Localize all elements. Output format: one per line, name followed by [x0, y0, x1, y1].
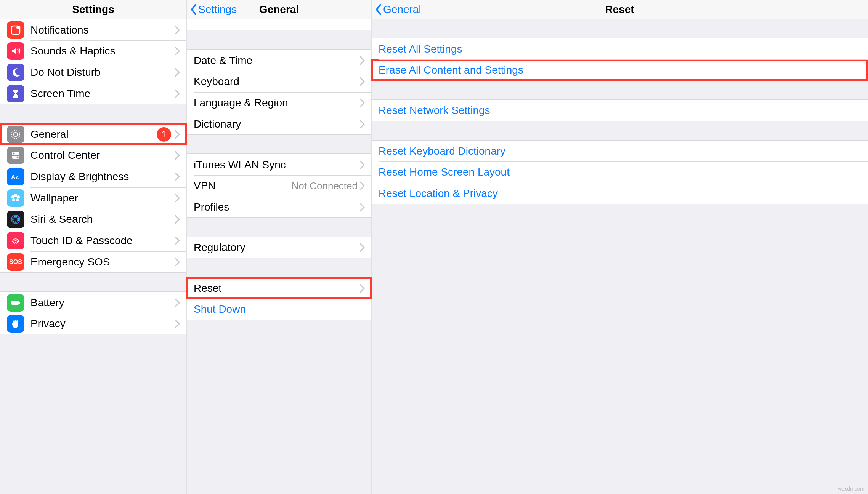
row-profiles[interactable]: Profiles [187, 197, 371, 218]
row-display-brightness[interactable]: AA Display & Brightness [0, 166, 186, 187]
row-control-center[interactable]: Control Center [0, 145, 186, 166]
chevron-icon [175, 258, 180, 266]
row-regulatory[interactable]: Regulatory [187, 237, 371, 258]
row-notifications[interactable]: Notifications [0, 19, 186, 40]
row-label: General [30, 128, 157, 141]
row-reset-location-privacy[interactable]: Reset Location & Privacy [372, 183, 868, 204]
watermark: wsxdn.com [838, 486, 865, 492]
row-battery[interactable]: Battery [0, 292, 186, 313]
svg-point-2 [11, 130, 20, 139]
chevron-icon [360, 120, 365, 128]
row-itunes-wlan-sync[interactable]: iTunes WLAN Sync [187, 154, 371, 175]
row-label: Privacy [30, 318, 175, 330]
row-date-time[interactable]: Date & Time [187, 50, 371, 71]
section-gap [187, 218, 371, 237]
svg-text:A: A [16, 175, 19, 181]
row-privacy[interactable]: Privacy [0, 313, 186, 334]
notifications-icon [7, 21, 24, 39]
toggles-icon [7, 147, 24, 164]
sos-text: SOS [9, 259, 22, 265]
row-general[interactable]: General 1 [0, 123, 186, 145]
row-keyboard[interactable]: Keyboard [187, 71, 371, 92]
row-label: Regulatory [194, 241, 360, 254]
row-label: Notifications [30, 24, 175, 36]
row-label: VPN [194, 180, 292, 192]
svg-rect-19 [11, 301, 19, 305]
chevron-icon [360, 99, 365, 107]
row-label: Dictionary [194, 118, 360, 130]
filler [187, 320, 371, 494]
row-label: Screen Time [30, 88, 175, 100]
filler [372, 204, 868, 494]
row-label: Profiles [194, 201, 360, 213]
section-gap [372, 121, 868, 140]
row-label: Siri & Search [30, 213, 175, 225]
fingerprint-icon [7, 232, 24, 249]
chevron-icon [175, 26, 180, 34]
row-siri-search[interactable]: Siri & Search [0, 209, 186, 230]
chevron-icon [175, 90, 180, 98]
back-to-general[interactable]: General [375, 3, 421, 16]
row-shut-down[interactable]: Shut Down [187, 299, 371, 320]
sounds-icon [7, 42, 24, 60]
svg-point-15 [14, 197, 17, 199]
row-reset-all-settings[interactable]: Reset All Settings [372, 38, 868, 59]
row-dictionary[interactable]: Dictionary [187, 114, 371, 135]
chevron-icon [175, 299, 180, 307]
row-label: Reset Location & Privacy [379, 187, 862, 200]
row-label: Battery [30, 297, 175, 309]
row-wallpaper[interactable]: Wallpaper [0, 187, 186, 209]
row-vpn[interactable]: VPN Not Connected [187, 175, 371, 197]
row-emergency-sos[interactable]: SOS Emergency SOS [0, 251, 186, 273]
row-label: Sounds & Haptics [30, 45, 175, 57]
svg-point-14 [11, 195, 14, 198]
back-to-settings[interactable]: Settings [190, 3, 237, 16]
section-gap [0, 104, 186, 123]
row-reset[interactable]: Reset [187, 277, 371, 299]
chevron-icon [360, 77, 365, 86]
chevron-icon [360, 56, 365, 65]
row-touchid-passcode[interactable]: Touch ID & Passcode [0, 230, 186, 251]
settings-title: Settings [0, 0, 186, 19]
sos-icon: SOS [7, 253, 24, 271]
chevron-icon [175, 151, 180, 160]
hourglass-icon [7, 85, 24, 102]
svg-point-13 [12, 198, 15, 201]
row-reset-network-settings[interactable]: Reset Network Settings [372, 100, 868, 121]
section-gap [187, 135, 371, 154]
settings-panel: Settings Notifications Sounds & Haptics … [0, 0, 187, 494]
row-erase-all-content[interactable]: Erase All Content and Settings [372, 59, 868, 81]
general-header: Settings General [187, 0, 371, 19]
row-reset-home-screen-layout[interactable]: Reset Home Screen Layout [372, 161, 868, 183]
row-label: Touch ID & Passcode [30, 235, 175, 247]
row-reset-keyboard-dictionary[interactable]: Reset Keyboard Dictionary [372, 140, 868, 161]
row-label: Wallpaper [30, 192, 175, 204]
row-do-not-disturb[interactable]: Do Not Disturb [0, 62, 186, 83]
row-screen-time[interactable]: Screen Time [0, 83, 186, 104]
text-size-icon: AA [7, 168, 24, 185]
chevron-back-icon [375, 4, 382, 15]
row-label: Do Not Disturb [30, 66, 175, 78]
row-language-region[interactable]: Language & Region [187, 92, 371, 114]
chevron-icon [175, 215, 180, 224]
row-label: Reset Keyboard Dictionary [379, 145, 862, 157]
row-detail: Not Connected [292, 180, 358, 192]
battery-icon [7, 294, 24, 312]
row-label: Language & Region [194, 97, 360, 109]
section-gap [187, 258, 371, 277]
row-label: Shut Down [194, 303, 365, 315]
general-panel: Settings General Date & Time Keyboard La… [187, 0, 372, 494]
page-title: Settings [72, 3, 114, 16]
svg-rect-20 [19, 302, 20, 304]
row-sounds-haptics[interactable]: Sounds & Haptics [0, 40, 186, 62]
chevron-icon [360, 243, 365, 252]
svg-point-12 [16, 198, 19, 201]
section-gap [187, 30, 371, 50]
svg-point-3 [14, 133, 18, 136]
chevron-icon [175, 68, 180, 77]
section-gap [0, 273, 186, 292]
moon-icon [7, 64, 24, 81]
chevron-icon [360, 182, 365, 190]
row-label: Emergency SOS [30, 256, 175, 268]
badge: 1 [157, 127, 171, 142]
